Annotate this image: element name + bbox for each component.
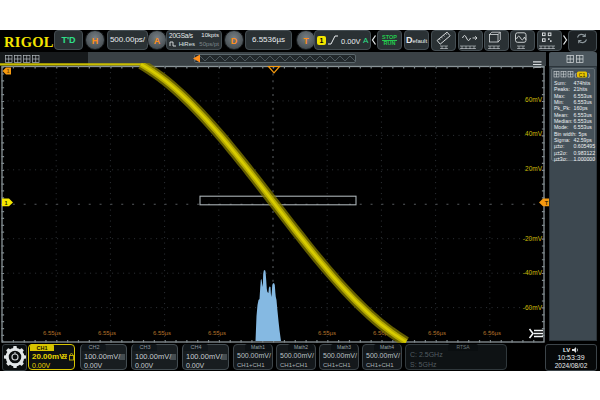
svg-text:0.605495: 0.605495 [574, 143, 596, 149]
svg-text:6.553us: 6.553us [574, 92, 593, 98]
svg-text:6.553us: 6.553us [574, 124, 593, 130]
svg-text:6.55µs: 6.55µs [318, 330, 336, 336]
svg-text:6.55µs: 6.55µs [43, 330, 61, 336]
svg-text:(: ( [575, 72, 577, 78]
svg-text:6.55µs: 6.55µs [153, 330, 171, 336]
svg-text:0.983122: 0.983122 [574, 149, 596, 155]
svg-text:Sum:: Sum: [554, 79, 566, 85]
svg-text:Bin width:: Bin width: [554, 130, 577, 136]
svg-text:Mean:: Mean: [554, 111, 568, 117]
svg-text:-20mV: -20mV [523, 235, 543, 242]
svg-text:6.55µs: 6.55µs [208, 330, 226, 336]
svg-text:Peaks:: Peaks: [554, 86, 570, 92]
svg-text:6.56µs: 6.56µs [483, 330, 501, 336]
svg-text:6.553us: 6.553us [574, 98, 593, 104]
svg-text:1: 1 [6, 68, 9, 74]
svg-text:): ) [588, 72, 590, 78]
svg-text:Max:: Max: [554, 92, 565, 98]
svg-text:5ps: 5ps [579, 130, 588, 136]
svg-text:µ±2σ:: µ±2σ: [554, 149, 567, 155]
svg-text:6.55µs: 6.55µs [98, 330, 116, 336]
svg-text:-60mV: -60mV [523, 304, 543, 311]
svg-text:1: 1 [4, 200, 7, 206]
svg-text:20mV: 20mV [525, 165, 543, 172]
svg-text:474hits: 474hits [574, 79, 591, 85]
svg-text:Sigma:: Sigma: [554, 137, 570, 143]
svg-text:-40mV: -40mV [523, 269, 543, 276]
svg-text:6.553us: 6.553us [574, 111, 593, 117]
svg-text:21hits: 21hits [574, 86, 588, 92]
svg-text:42.59ps: 42.59ps [574, 137, 593, 143]
svg-text:Median:: Median: [554, 117, 572, 123]
svg-text:40mV: 40mV [525, 130, 543, 137]
svg-text:60mV: 60mV [525, 96, 543, 103]
svg-text:µ±3σ:: µ±3σ: [554, 156, 567, 162]
svg-text:6.553us: 6.553us [574, 117, 593, 123]
svg-text:6.56µs: 6.56µs [428, 330, 446, 336]
svg-text:1.000000: 1.000000 [574, 156, 596, 162]
svg-text:160ps: 160ps [574, 105, 589, 111]
svg-text:Pk_Pk:: Pk_Pk: [554, 105, 570, 111]
svg-text:Min:: Min: [554, 98, 564, 104]
svg-text:µ±σ:: µ±σ: [554, 143, 564, 149]
svg-text:C1: C1 [579, 71, 586, 77]
svg-text:Mode:: Mode: [554, 124, 568, 130]
